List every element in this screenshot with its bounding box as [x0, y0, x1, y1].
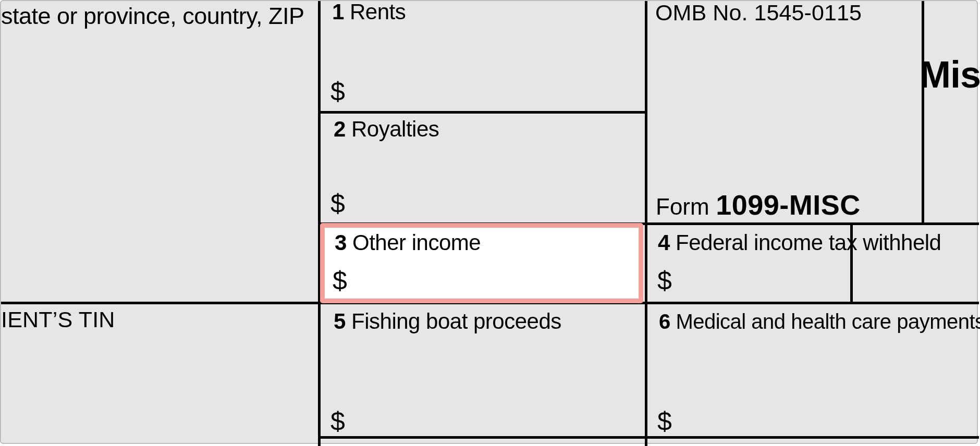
box-6-currency: $ — [657, 406, 672, 437]
box-5-currency: $ — [330, 406, 345, 437]
form-1099-misc-crop: state or province, country, ZIP IENT’S T… — [0, 0, 978, 444]
form-1099-misc-label: Form 1099-MISC — [656, 189, 861, 221]
box-3-number: 3 — [335, 230, 347, 255]
box-4-currency: $ — [657, 266, 672, 296]
box-2-label: 2 Royalties — [334, 117, 439, 141]
rule-col2 — [645, 1, 647, 446]
box-6-label: 6 Medical and health care payments — [659, 310, 980, 333]
box-4-text: Federal income tax withheld — [676, 230, 941, 255]
box-6-text: Medical and health care payments — [676, 310, 980, 333]
box-4-label: 4 Federal income tax withheld — [658, 231, 941, 255]
form-name: 1099-MISC — [716, 189, 861, 220]
form-prefix: Form — [656, 194, 709, 219]
box-3-currency: $ — [333, 266, 347, 296]
box-5-label: 5 Fishing boat proceeds — [334, 309, 561, 333]
box-2-text: Royalties — [351, 117, 439, 141]
payer-address-hint: state or province, country, ZIP — [1, 3, 304, 29]
box-1-number: 1 — [332, 0, 344, 22]
omb-number: OMB No. 1545-0115 — [655, 1, 862, 23]
box-1-label: 1 Rents — [332, 0, 406, 22]
box-1-text: Rents — [350, 0, 406, 22]
rule-under-box1 — [318, 111, 645, 114]
recipient-tin-label: IENT’S TIN — [1, 307, 115, 332]
box-3-label: 3 Other income — [335, 231, 481, 255]
form-title-fragment: Mis — [920, 53, 980, 96]
rule-bottom — [318, 436, 979, 439]
rule-right-upper — [922, 1, 924, 222]
box-3-text: Other income — [352, 230, 481, 255]
box-2-number: 2 — [334, 117, 346, 141]
box-5-text: Fishing boat proceeds — [351, 309, 561, 333]
box-2-currency: $ — [330, 189, 345, 219]
box-5-number: 5 — [334, 309, 346, 333]
box-1-currency: $ — [330, 77, 345, 107]
box-4-number: 4 — [658, 230, 670, 255]
box-6-number: 6 — [659, 310, 670, 333]
